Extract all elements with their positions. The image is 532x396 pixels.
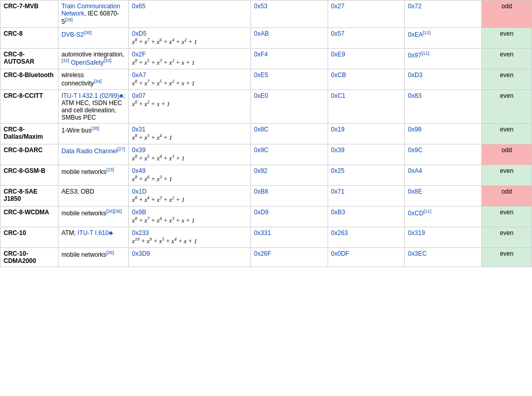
- crc-use-7: mobile networks[23]: [58, 165, 128, 186]
- crc-use-0: Train Communication Network, IEC 60870-5…: [58, 1, 128, 28]
- crc-name-5: CRC-8-Dallas/Maxim: [1, 124, 58, 144]
- crc-init-8: 0xB8: [250, 186, 328, 207]
- crc-init-5: 0x8C: [250, 124, 328, 144]
- crc-init-2: 0xF4: [250, 49, 328, 69]
- crc-refout-11: 0x3EC: [405, 248, 482, 267]
- crc-check-7: even: [482, 165, 532, 186]
- crc-refout-9: 0xCD[11]: [405, 207, 482, 227]
- crc-check-8: odd: [482, 186, 532, 207]
- crc-poly-1: 0xD5x8 + x7 + x6 + x4 + x2 + 1: [129, 28, 251, 49]
- crc-name-0: CRC-7-MVB: [1, 1, 58, 28]
- crc-use-11: mobile networks[26]: [58, 248, 128, 267]
- crc-name-10: CRC-10: [1, 227, 58, 248]
- crc-refout-8: 0x8E: [405, 186, 482, 207]
- crc-name-3: CRC-8-Bluetooth: [1, 69, 58, 90]
- crc-refout-3: 0xD3: [405, 69, 482, 90]
- crc-init-10: 0x331: [250, 227, 328, 248]
- crc-poly-2: 0x2Fx8 + x5 + x3 + x2 + x + 1: [129, 49, 251, 69]
- crc-poly-8: 0x1Dx8 + x4 + x3 + x2 + 1: [129, 186, 251, 207]
- crc-refin-3: 0xCB: [328, 69, 405, 90]
- crc-poly-7: 0x49x8 + x6 + x3 + 1: [129, 165, 251, 186]
- crc-check-4: even: [482, 90, 532, 124]
- crc-name-2: CRC-8-AUTOSAR: [1, 49, 58, 69]
- crc-refout-1: 0xEA[11]: [405, 28, 482, 49]
- crc-refout-6: 0x9C: [405, 144, 482, 165]
- crc-init-11: 0x26F: [250, 248, 328, 267]
- crc-use-4: ITU-T I.432.1 (02/99)♣; ATM HEC, ISDN HE…: [58, 90, 128, 124]
- crc-check-3: even: [482, 69, 532, 90]
- crc-use-8: AES3; OBD: [58, 186, 128, 207]
- crc-poly-0: 0x65: [129, 1, 251, 28]
- crc-use-5: 1-Wire bus[35]: [58, 124, 128, 144]
- crc-check-10: even: [482, 227, 532, 248]
- crc-init-4: 0xE0: [250, 90, 328, 124]
- crc-poly-5: 0x31x8 + x5 + x4 + 1: [129, 124, 251, 144]
- crc-check-11: even: [482, 248, 532, 267]
- crc-poly-4: 0x07x8 + x2 + x + 1: [129, 90, 251, 124]
- crc-name-11: CRC-10-CDMA2000: [1, 248, 58, 267]
- crc-init-7: 0x92: [250, 165, 328, 186]
- crc-refin-11: 0x0DF: [328, 248, 405, 267]
- crc-poly-9: 0x9Bx8 + x7 + x4 + x3 + x + 1: [129, 207, 251, 227]
- crc-refin-6: 0x39: [328, 144, 405, 165]
- crc-name-8: CRC-8-SAE J1850: [1, 186, 58, 207]
- crc-check-6: odd: [482, 144, 532, 165]
- crc-check-9: even: [482, 207, 532, 227]
- crc-refin-9: 0xB3: [328, 207, 405, 227]
- crc-check-5: even: [482, 124, 532, 144]
- crc-poly-3: 0xA7x8 + x7 + x5 + x2 + x + 1: [129, 69, 251, 90]
- crc-poly-6: 0x39x8 + x5 + x4 + x3 + 1: [129, 144, 251, 165]
- crc-refout-7: 0xA4: [405, 165, 482, 186]
- crc-refin-5: 0x19: [328, 124, 405, 144]
- crc-init-3: 0xE5: [250, 69, 328, 90]
- crc-use-2: automotive integration,[32] OpenSafety[3…: [58, 49, 128, 69]
- crc-use-6: Data Radio Channel[27]: [58, 144, 128, 165]
- crc-refin-4: 0xC1: [328, 90, 405, 124]
- crc-poly-11: 0x3D9: [129, 248, 251, 267]
- crc-refin-0: 0x27: [328, 1, 405, 28]
- crc-init-0: 0x53: [250, 1, 328, 28]
- crc-init-9: 0xD9: [250, 207, 328, 227]
- crc-refin-2: 0xE9: [328, 49, 405, 69]
- crc-use-3: wireless connectivity[34]: [58, 69, 128, 90]
- crc-refout-4: 0x83: [405, 90, 482, 124]
- crc-check-2: even: [482, 49, 532, 69]
- crc-use-9: mobile networks[26][36]: [58, 207, 128, 227]
- crc-check-0: odd: [482, 1, 532, 28]
- crc-poly-10: 0x233x10 + x9 + x5 + x4 + x + 1: [129, 227, 251, 248]
- crc-check-1: even: [482, 28, 532, 49]
- crc-name-9: CRC-8-WCDMA: [1, 207, 58, 227]
- crc-table: CRC-7-MVBTrain Communication Network, IE…: [0, 0, 532, 267]
- crc-refout-10: 0x319: [405, 227, 482, 248]
- crc-refin-10: 0x263: [328, 227, 405, 248]
- crc-refout-5: 0x98: [405, 124, 482, 144]
- crc-name-1: CRC-8: [1, 28, 58, 49]
- crc-name-7: CRC-8-GSM-B: [1, 165, 58, 186]
- crc-refin-7: 0x25: [328, 165, 405, 186]
- crc-use-1: DVB-S2[30]: [58, 28, 128, 49]
- crc-name-6: CRC-8-DARC: [1, 144, 58, 165]
- crc-use-10: ATM; ITU-T I.610♣: [58, 227, 128, 248]
- crc-refout-2: 0x97[11]: [405, 49, 482, 69]
- crc-name-4: CRC-8-CCITT: [1, 90, 58, 124]
- crc-init-1: 0xAB: [250, 28, 328, 49]
- crc-refout-0: 0x72: [405, 1, 482, 28]
- crc-refin-1: 0x57: [328, 28, 405, 49]
- crc-refin-8: 0x71: [328, 186, 405, 207]
- crc-init-6: 0x9C: [250, 144, 328, 165]
